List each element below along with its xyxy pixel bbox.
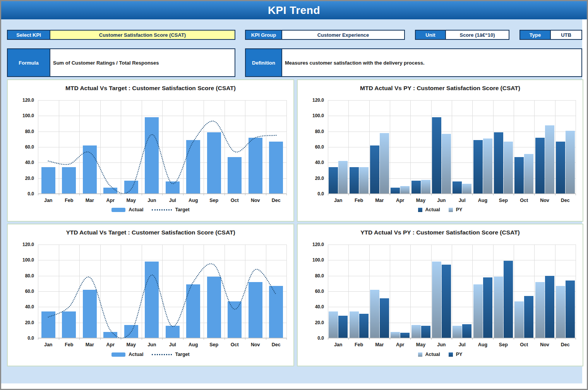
x-axis-label: Feb bbox=[348, 198, 369, 203]
x-axis-tick bbox=[79, 338, 80, 340]
legend-label-py: PY bbox=[456, 207, 463, 212]
y-axis-label: 80.0 bbox=[300, 273, 324, 279]
vertical-gridline bbox=[431, 245, 432, 338]
x-axis-label: Dec bbox=[555, 342, 576, 347]
bar-jan-actual bbox=[329, 167, 338, 194]
x-axis-tick bbox=[576, 338, 576, 340]
x-axis-tick bbox=[204, 338, 204, 340]
x-axis-tick bbox=[183, 194, 183, 195]
bar-may-actual bbox=[411, 325, 421, 338]
legend-actual-swatch bbox=[111, 352, 125, 357]
legend-label-actual: Actual bbox=[425, 352, 440, 357]
x-axis-tick bbox=[59, 194, 59, 195]
x-axis-tick bbox=[410, 338, 411, 340]
unit-field: Unit Score (1â€“10) bbox=[415, 30, 509, 40]
y-axis-label: 120.0 bbox=[10, 98, 34, 103]
chart-legend: ActualTarget bbox=[8, 352, 293, 357]
plot-area bbox=[38, 100, 286, 194]
legend-actual-swatch bbox=[418, 208, 422, 212]
y-axis-label: 100.0 bbox=[10, 113, 34, 118]
vertical-gridline bbox=[472, 100, 473, 194]
vertical-gridline bbox=[369, 245, 370, 338]
bar-feb-actual bbox=[350, 167, 359, 194]
type-value: UTB bbox=[551, 31, 581, 39]
x-axis-label: Dec bbox=[266, 198, 287, 203]
x-axis-tick bbox=[472, 194, 473, 195]
kpi-group-field: KPI Group Customer Experience bbox=[245, 30, 405, 40]
kpi-group-label: KPI Group bbox=[246, 31, 282, 39]
bar-oct-actual bbox=[514, 157, 524, 194]
x-axis-tick bbox=[162, 338, 163, 340]
x-axis-label: Oct bbox=[225, 342, 245, 347]
bar-nov-py bbox=[545, 276, 554, 338]
x-axis-tick bbox=[390, 338, 390, 340]
x-axis-tick bbox=[431, 338, 432, 340]
vertical-gridline bbox=[369, 100, 370, 194]
select-kpi-value[interactable]: Customer Satisfaction Score (CSAT) bbox=[50, 31, 235, 39]
bar-nov-actual bbox=[535, 138, 545, 194]
legend-item-actual: Actual bbox=[111, 352, 143, 357]
x-axis-label: Oct bbox=[514, 198, 534, 203]
bar-jun-py bbox=[442, 134, 451, 194]
vertical-gridline bbox=[555, 100, 555, 194]
bar-aug-actual bbox=[473, 284, 483, 338]
y-axis-label: 120.0 bbox=[300, 98, 324, 103]
x-axis-tick bbox=[493, 194, 494, 195]
x-axis-tick bbox=[38, 194, 38, 195]
vertical-gridline bbox=[555, 245, 555, 338]
bar-apr-actual bbox=[391, 188, 400, 194]
legend-item-py: PY bbox=[449, 207, 463, 212]
vertical-gridline bbox=[534, 100, 535, 194]
header-bar: KPI Trend bbox=[1, 1, 587, 19]
y-axis-label: 80.0 bbox=[10, 129, 34, 134]
x-axis-label: May bbox=[410, 198, 431, 203]
x-axis-tick bbox=[328, 194, 328, 195]
bar-mar-actual bbox=[370, 290, 379, 338]
bar-jun-py bbox=[442, 265, 451, 338]
formula-field: Formula Sum of Customer Ratings / Total … bbox=[7, 48, 235, 77]
bar-dec-actual bbox=[556, 142, 565, 194]
x-axis-label: Jul bbox=[162, 198, 183, 203]
legend-label-py: PY bbox=[456, 352, 463, 357]
x-axis-label: Feb bbox=[348, 342, 369, 347]
bar-apr-py bbox=[400, 186, 410, 194]
x-axis-label: Jan bbox=[38, 198, 59, 203]
plot-area bbox=[38, 245, 286, 338]
y-axis-label: 40.0 bbox=[300, 304, 324, 310]
y-axis-label: 20.0 bbox=[10, 320, 34, 325]
x-axis-tick bbox=[79, 194, 80, 195]
vertical-gridline bbox=[328, 245, 328, 338]
chart-mtd-actual-vs-py: MTD Actual Vs PY : Customer Satisfaction… bbox=[297, 79, 583, 222]
bar-feb-py bbox=[359, 314, 369, 338]
vertical-gridline bbox=[390, 100, 390, 194]
legend-py-swatch bbox=[449, 208, 453, 212]
x-axis-label: Oct bbox=[225, 198, 245, 203]
x-axis-label: Nov bbox=[534, 198, 555, 203]
bar-jan-py bbox=[338, 161, 348, 194]
x-axis-tick bbox=[142, 338, 142, 340]
x-axis-label: Aug bbox=[183, 342, 204, 347]
x-axis-tick bbox=[121, 194, 121, 195]
x-axis-tick bbox=[245, 194, 245, 195]
vertical-gridline bbox=[410, 100, 411, 194]
x-axis-tick bbox=[452, 194, 452, 195]
legend-item-target: Target bbox=[152, 207, 189, 212]
x-axis-tick bbox=[286, 194, 287, 195]
chart-title: YTD Actual Vs PY : Customer Satisfaction… bbox=[298, 229, 583, 236]
x-axis-tick bbox=[286, 338, 287, 340]
y-axis-label: 60.0 bbox=[300, 289, 324, 294]
chart-title: MTD Actual Vs PY : Customer Satisfaction… bbox=[298, 85, 583, 92]
y-axis-label: 60.0 bbox=[10, 144, 34, 150]
vertical-gridline bbox=[534, 245, 535, 338]
x-axis-label: Nov bbox=[245, 342, 266, 347]
vertical-gridline bbox=[514, 245, 514, 338]
bar-jul-py bbox=[462, 324, 471, 338]
bar-dec-py bbox=[566, 131, 575, 194]
vertical-gridline bbox=[348, 100, 349, 194]
x-axis-label: Jun bbox=[431, 342, 452, 347]
bar-aug-actual bbox=[473, 140, 483, 194]
x-axis-tick bbox=[121, 338, 121, 340]
vertical-gridline bbox=[452, 100, 452, 194]
x-axis-tick bbox=[245, 338, 245, 340]
legend-target-line-swatch bbox=[152, 209, 172, 210]
